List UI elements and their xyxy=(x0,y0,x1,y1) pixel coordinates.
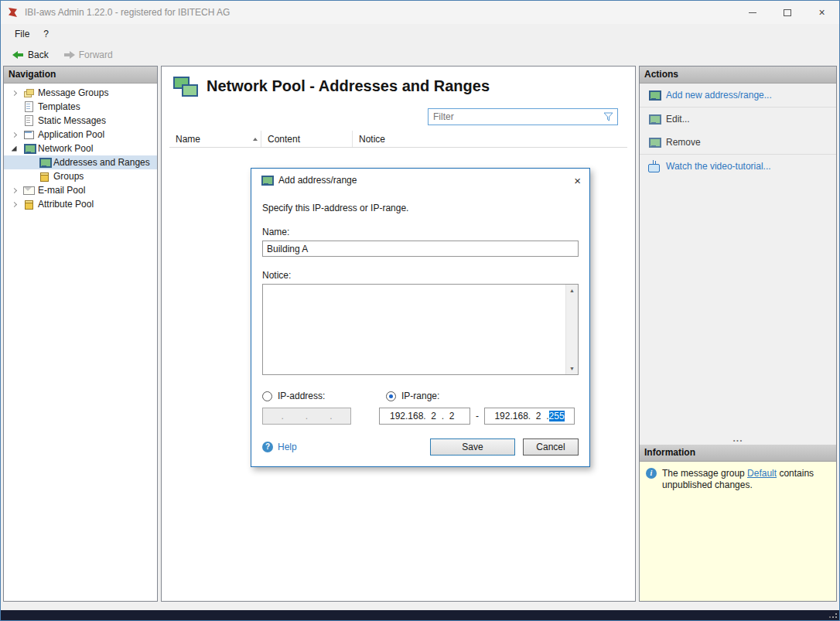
column-header-notice[interactable]: Notice xyxy=(353,131,627,147)
ip-range-to-input[interactable]: 192.168.2.255 xyxy=(484,408,575,425)
ip-range-label: IP-range: xyxy=(401,391,439,401)
action-remove[interactable]: Remove xyxy=(640,131,836,155)
navigation-toolbar: Back Forward xyxy=(1,44,839,66)
default-message-group-link[interactable]: Default xyxy=(747,468,777,479)
network-pool-page-icon xyxy=(173,76,196,97)
forward-button[interactable]: Forward xyxy=(57,46,119,63)
panel-splitter-grip[interactable]: ... xyxy=(640,435,836,445)
static-messages-icon xyxy=(22,114,35,127)
navigation-header: Navigation xyxy=(4,67,157,84)
chevron-collapsed-icon[interactable] xyxy=(9,189,19,193)
sidebar-item-network-pool[interactable]: Network Pool xyxy=(4,142,157,155)
ip-inputs-row: . . . 192.168.2.2 - 192.168.2.255 xyxy=(262,408,579,425)
dialog-title-bar: Add address/range × xyxy=(251,169,589,192)
email-pool-icon xyxy=(22,184,35,196)
minimize-icon xyxy=(749,12,756,13)
cancel-button[interactable]: Cancel xyxy=(523,438,579,456)
back-label: Back xyxy=(28,49,49,60)
back-arrow-icon xyxy=(12,51,24,59)
filter-box xyxy=(428,108,618,125)
action-watch-video-tutorial[interactable]: Watch the video-tutorial... xyxy=(640,155,836,178)
scroll-down-icon[interactable]: ▼ xyxy=(569,363,575,374)
page-title-row: Network Pool - Addresses and Ranges xyxy=(162,67,635,103)
main-content-panel: Network Pool - Addresses and Ranges Name… xyxy=(161,66,636,602)
save-button[interactable]: Save xyxy=(430,438,515,456)
navigation-panel: Navigation Message Groups Templates Stat… xyxy=(3,66,158,602)
sort-ascending-icon xyxy=(253,138,258,141)
filter-funnel-icon[interactable] xyxy=(603,112,613,121)
dialog-icon xyxy=(260,174,272,186)
help-link[interactable]: ? Help xyxy=(262,442,297,452)
remove-address-icon xyxy=(647,136,660,148)
sidebar-item-groups[interactable]: Groups xyxy=(4,169,157,183)
radio-ip-range[interactable]: IP-range: xyxy=(386,391,510,401)
chevron-expanded-icon[interactable] xyxy=(9,146,19,152)
filter-input[interactable] xyxy=(433,111,600,122)
info-icon: i xyxy=(646,468,657,479)
sidebar-item-email-pool[interactable]: E-mail Pool xyxy=(4,183,157,197)
sidebar-item-label: Attribute Pool xyxy=(38,199,94,210)
sidebar-item-static-messages[interactable]: Static Messages xyxy=(4,114,157,128)
notice-textarea[interactable] xyxy=(263,285,565,374)
ip-segment: 168 xyxy=(513,411,528,421)
resize-grip[interactable] xyxy=(828,612,837,618)
close-button[interactable]: × xyxy=(804,1,839,24)
ip-dot: . xyxy=(281,411,283,421)
sidebar-item-message-groups[interactable]: Message Groups xyxy=(4,86,157,100)
minimize-button[interactable] xyxy=(735,1,770,24)
dialog-footer: ? Help Save Cancel xyxy=(262,438,579,456)
scroll-up-icon[interactable]: ▲ xyxy=(569,285,575,296)
sidebar-item-addresses-and-ranges[interactable]: Addresses and Ranges xyxy=(4,155,157,169)
radio-ip-address[interactable]: IP-address: xyxy=(262,391,386,401)
title-bar: IBI-aws Admin 1.22.0 - registered for IB… xyxy=(1,1,839,24)
dialog-close-button[interactable]: × xyxy=(574,175,581,186)
help-label: Help xyxy=(278,442,297,452)
sidebar-item-application-pool[interactable]: Application Pool xyxy=(4,128,157,142)
ip-segment: 192 xyxy=(494,411,510,421)
column-header-content[interactable]: Content xyxy=(261,131,353,147)
menu-bar: File ? xyxy=(1,24,839,44)
maximize-button[interactable] xyxy=(770,1,804,24)
edit-address-icon xyxy=(647,113,660,125)
chevron-collapsed-icon[interactable] xyxy=(9,91,19,95)
chevron-collapsed-icon[interactable] xyxy=(9,133,19,137)
ip-range-from-input[interactable]: 192.168.2.2 xyxy=(379,408,470,425)
application-pool-icon xyxy=(22,128,35,141)
ip-address-label: IP-address: xyxy=(278,391,325,401)
close-icon: × xyxy=(818,7,825,18)
sidebar-item-label: E-mail Pool xyxy=(38,185,85,196)
forward-label: Forward xyxy=(79,49,113,60)
dialog-body: Specify this IP-address or IP-range. Nam… xyxy=(251,203,589,466)
maximize-icon xyxy=(784,9,791,16)
navigation-tree: Message Groups Templates Static Messages… xyxy=(4,84,157,211)
sidebar-item-templates[interactable]: Templates xyxy=(4,100,157,114)
menu-help[interactable]: ? xyxy=(36,26,56,43)
radio-unchecked-icon xyxy=(262,391,272,401)
actions-header: Actions xyxy=(640,67,836,84)
radio-checked-icon xyxy=(386,391,396,401)
sidebar-item-label: Addresses and Ranges xyxy=(53,157,150,168)
workspace: Navigation Message Groups Templates Stat… xyxy=(1,66,839,602)
sidebar-item-label: Groups xyxy=(53,171,84,182)
add-address-icon xyxy=(647,89,660,101)
name-label: Name: xyxy=(262,227,579,237)
name-input[interactable] xyxy=(262,241,579,257)
action-add-new-address-range[interactable]: Add new address/range... xyxy=(640,84,836,107)
help-icon: ? xyxy=(262,442,273,452)
groups-icon xyxy=(38,170,50,183)
sidebar-item-label: Message Groups xyxy=(38,87,108,98)
sidebar-item-label: Static Messages xyxy=(38,115,106,126)
column-header-name[interactable]: Name xyxy=(169,131,261,147)
menu-file[interactable]: File xyxy=(8,26,36,43)
ip-address-input-disabled: . . . xyxy=(262,408,351,425)
notice-label: Notice: xyxy=(262,270,579,281)
chevron-collapsed-icon[interactable] xyxy=(9,203,19,206)
information-panel: i The message group Default contains unp… xyxy=(640,462,836,601)
back-button[interactable]: Back xyxy=(6,46,55,63)
sidebar-item-attribute-pool[interactable]: Attribute Pool xyxy=(4,197,157,211)
ip-segment: 2 xyxy=(531,411,546,421)
forward-arrow-icon xyxy=(63,51,75,59)
ip-segment: 2 xyxy=(444,411,459,421)
notice-scrollbar[interactable]: ▲ ▼ xyxy=(565,285,578,374)
action-edit[interactable]: Edit... xyxy=(640,107,836,131)
